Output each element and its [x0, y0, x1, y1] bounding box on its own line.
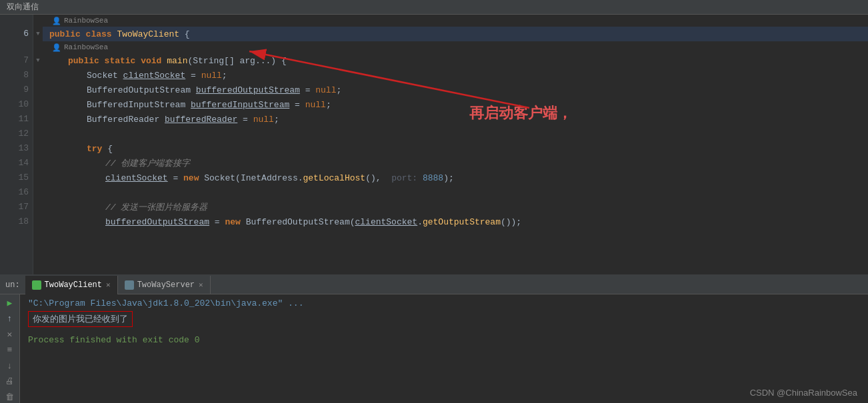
run-tab-server[interactable]: TwoWayServer ✕	[118, 276, 211, 294]
code-line-10: BufferedInputStream bufferedInputStream …	[43, 97, 868, 112]
client-tab-label: TwoWayClient	[45, 280, 102, 290]
code-line-14: // 创建客户端套接字	[43, 156, 868, 171]
author-name-6: RainbowSea	[64, 17, 108, 25]
line-num-10: 10	[0, 97, 33, 112]
code-line-18: bufferedOutputStream = new BufferedOutpu…	[43, 214, 868, 229]
run-result-text: 你发的图片我已经收到了	[28, 311, 133, 327]
line-num-11: 11	[0, 112, 33, 127]
run-play-button[interactable]: ▶	[3, 297, 17, 309]
brace-6: {	[185, 29, 190, 39]
server-tab-icon	[125, 280, 134, 290]
client-tab-icon	[32, 280, 41, 290]
fold-gutter: ▼ ▼	[33, 15, 43, 274]
run-result-wrapper: 你发的图片我已经收到了	[28, 311, 860, 331]
kw-public-6: public	[49, 29, 86, 39]
fold-8	[33, 68, 43, 83]
code-line-15: clientSocket = new Socket ( InetAddress …	[43, 171, 868, 185]
run-label: un:	[0, 280, 25, 290]
run-align-button[interactable]: ≡	[3, 344, 17, 356]
csdn-watermark: CSDN @ChinaRainbowSea	[750, 388, 857, 398]
run-panel: un: TwoWayClient ✕ TwoWayServer ✕ ▶ ↑ ✕ …	[0, 274, 868, 403]
line-numbers: 6 7 8 9 10 11 12 13 14 15 16 17 18	[0, 15, 33, 274]
line-num-7: 7	[0, 53, 33, 68]
code-lines-area: 👤 RainbowSea public class TwoWayClient {…	[43, 15, 868, 274]
fold-14	[33, 156, 43, 171]
line-num-13: 13	[0, 141, 33, 156]
run-sidebar: ▶ ↑ ✕ ≡ ↓ 🖨 🗑	[0, 294, 20, 403]
kw-class-6: class	[86, 29, 117, 39]
code-line-7: public static void main ( String [] arg …	[43, 53, 868, 68]
run-print-button[interactable]: 🖨	[3, 376, 17, 388]
fold-18	[33, 214, 43, 229]
fold-10	[33, 97, 43, 112]
line-num-18: 18	[0, 214, 33, 229]
run-tab-client[interactable]: TwoWayClient ✕	[25, 276, 118, 294]
line-num-12: 12	[0, 127, 33, 141]
code-editor: 6 7 8 9 10 11 12 13 14 15 16 17 18 ▼ ▼	[0, 15, 868, 274]
code-line-12	[43, 127, 868, 141]
server-tab-label: TwoWayServer	[137, 280, 195, 290]
fold-12	[33, 127, 43, 141]
window-title: 双向通信	[7, 1, 39, 13]
fold-15	[33, 171, 43, 185]
fold-6[interactable]: ▼	[33, 27, 43, 41]
run-exit-text: Process finished with exit code 0	[28, 335, 199, 345]
fold-17	[33, 200, 43, 214]
author-name-7: RainbowSea	[64, 43, 108, 51]
fold-11	[33, 112, 43, 127]
run-trash-button[interactable]: 🗑	[3, 391, 17, 403]
author-annotation-6: 👤 RainbowSea	[43, 15, 868, 27]
run-up-button[interactable]: ↑	[3, 313, 17, 325]
author-annotation-7: 👤 RainbowSea	[43, 41, 868, 53]
fold-7[interactable]: ▼	[33, 53, 43, 68]
line-num-6: 6	[0, 27, 33, 41]
classname-6: TwoWayClient	[117, 29, 184, 39]
fold-13	[33, 141, 43, 156]
server-tab-close[interactable]: ✕	[199, 280, 203, 289]
run-cmd-line: "C:\Program Files\Java\jdk1.8.0_202\bin\…	[28, 298, 860, 308]
fold-9	[33, 83, 43, 97]
line-num-16: 16	[0, 185, 33, 200]
title-bar: 双向通信	[0, 0, 868, 15]
line-num-14: 14	[0, 156, 33, 171]
code-line-9: BufferedOutputStream bufferedOutputStrea…	[43, 83, 868, 97]
code-line-16	[43, 185, 868, 200]
run-stop-button[interactable]: ✕	[3, 328, 17, 340]
line-num-9: 9	[0, 83, 33, 97]
code-line-6: public class TwoWayClient {	[43, 27, 868, 41]
run-body: ▶ ↑ ✕ ≡ ↓ 🖨 🗑 "C:\Program Files\Java\jdk…	[0, 294, 868, 403]
code-line-17: // 发送一张图片给服务器	[43, 200, 868, 214]
run-output: "C:\Program Files\Java\jdk1.8.0_202\bin\…	[20, 294, 868, 403]
run-tabs-bar: un: TwoWayClient ✕ TwoWayServer ✕	[0, 276, 868, 294]
line-num-15: 15	[0, 171, 33, 185]
fold-16	[33, 185, 43, 200]
client-tab-close[interactable]: ✕	[106, 280, 111, 289]
line-num-8: 8	[0, 68, 33, 83]
code-line-8: Socket clientSocket = null ;	[43, 68, 868, 83]
code-line-11: BufferedReader bufferedReader = null ;	[43, 112, 868, 127]
line-num-17: 17	[0, 200, 33, 214]
run-down-button[interactable]: ↓	[3, 360, 17, 372]
code-line-13: try {	[43, 141, 868, 156]
